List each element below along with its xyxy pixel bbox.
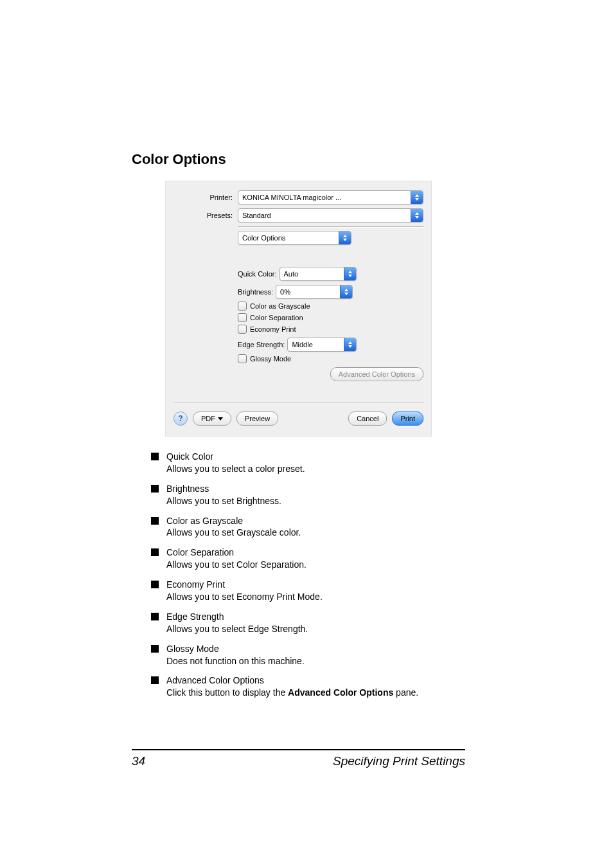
item-desc: Allows you to set Grayscale color. (166, 527, 465, 539)
preview-button[interactable]: Preview (236, 411, 278, 426)
printer-label: Printer: (173, 194, 238, 201)
brightness-label: Brightness: (238, 288, 273, 296)
section-heading: Color Options (132, 151, 465, 168)
item-term: Color Separation (166, 547, 465, 559)
item-term: Color as Grayscale (166, 515, 465, 527)
presets-label: Presets: (173, 212, 238, 219)
item-term: Edge Strength (166, 611, 465, 623)
item-term: Quick Color (166, 451, 465, 463)
grayscale-checkbox-label: Color as Grayscale (250, 302, 310, 310)
glossy-checkbox-label: Glossy Mode (250, 355, 291, 363)
edge-strength-label: Edge Strength: (238, 341, 285, 348)
updown-arrows-icon (344, 338, 356, 351)
brightness-value: 0% (276, 288, 340, 296)
list-item: Quick Color Allows you to select a color… (132, 451, 465, 475)
item-desc: Allows you to set Color Separation. (166, 559, 465, 571)
pane-value: Color Options (238, 234, 339, 242)
presets-value: Standard (238, 212, 411, 219)
item-term: Economy Print (166, 579, 465, 591)
separation-checkbox[interactable]: Color Separation (238, 313, 423, 322)
updown-arrows-icon (344, 267, 356, 280)
bullet-icon (151, 613, 159, 620)
page-footer: 34 Specifying Print Settings (0, 749, 613, 768)
dropdown-triangle-icon (218, 417, 223, 420)
printer-value: KONICA MINOLTA magicolor ... (238, 194, 411, 201)
help-button[interactable]: ? (173, 411, 188, 426)
updown-arrows-icon (339, 231, 351, 244)
footer-section-title: Specifying Print Settings (333, 754, 465, 768)
pdf-button-label: PDF (201, 415, 215, 422)
checkbox-icon (238, 354, 247, 363)
bullet-icon (151, 548, 159, 556)
cancel-button[interactable]: Cancel (348, 411, 387, 426)
economy-checkbox[interactable]: Economy Print (238, 325, 423, 334)
footer-rule (132, 749, 465, 750)
item-desc: Does not function on this machine. (166, 655, 465, 667)
list-item: Color as Grayscale Allows you to set Gra… (132, 515, 465, 539)
economy-checkbox-label: Economy Print (250, 325, 296, 333)
updown-arrows-icon (411, 191, 423, 204)
pane-popup[interactable]: Color Options (238, 231, 351, 245)
divider (173, 402, 423, 402)
printer-popup[interactable]: KONICA MINOLTA magicolor ... (238, 190, 423, 204)
checkbox-icon (238, 325, 247, 334)
bullet-icon (151, 581, 159, 588)
checkbox-icon (238, 313, 247, 322)
item-term: Advanced Color Options (166, 674, 465, 687)
presets-popup[interactable]: Standard (238, 208, 423, 222)
edge-strength-value: Middle (288, 341, 344, 348)
item-desc: Allows you to set Economy Print Mode. (166, 591, 465, 603)
print-dialog-screenshot: Printer: KONICA MINOLTA magicolor ... Pr… (165, 181, 432, 437)
item-desc: Allows you to set Brightness. (166, 495, 465, 507)
updown-arrows-icon (340, 285, 352, 298)
list-item: Brightness Allows you to set Brightness. (132, 483, 465, 507)
brightness-popup[interactable]: 0% (276, 285, 353, 299)
bullet-icon (151, 485, 159, 493)
list-item: Economy Print Allows you to set Economy … (132, 579, 465, 603)
item-term: Glossy Mode (166, 643, 465, 655)
pdf-menu-button[interactable]: PDF (193, 411, 231, 426)
edge-strength-popup[interactable]: Middle (287, 338, 357, 352)
item-term: Brightness (166, 483, 465, 495)
item-desc: Click this button to display the Advance… (166, 687, 465, 699)
item-desc: Allows you to select Edge Strength. (166, 623, 465, 635)
bullet-icon (151, 645, 159, 653)
quick-color-value: Auto (280, 270, 344, 278)
list-item: Edge Strength Allows you to select Edge … (132, 611, 465, 635)
bullet-icon (151, 676, 159, 684)
advanced-color-options-button[interactable]: Advanced Color Options (330, 367, 423, 381)
page-number: 34 (132, 754, 145, 768)
print-button[interactable]: Print (392, 411, 423, 426)
grayscale-checkbox[interactable]: Color as Grayscale (238, 302, 423, 311)
list-item: Color Separation Allows you to set Color… (132, 547, 465, 571)
quick-color-label: Quick Color: (238, 270, 277, 278)
separation-checkbox-label: Color Separation (250, 314, 303, 321)
quick-color-popup[interactable]: Auto (280, 267, 357, 281)
item-desc: Allows you to select a color preset. (166, 463, 465, 475)
bullet-icon (151, 453, 159, 460)
divider (238, 226, 423, 227)
bullet-icon (151, 517, 159, 525)
glossy-checkbox[interactable]: Glossy Mode (238, 354, 423, 363)
updown-arrows-icon (411, 209, 423, 222)
checkbox-icon (238, 302, 247, 311)
list-item: Glossy Mode Does not function on this ma… (132, 643, 465, 667)
list-item: Advanced Color Options Click this button… (132, 674, 465, 699)
options-description-list: Quick Color Allows you to select a color… (132, 451, 465, 699)
